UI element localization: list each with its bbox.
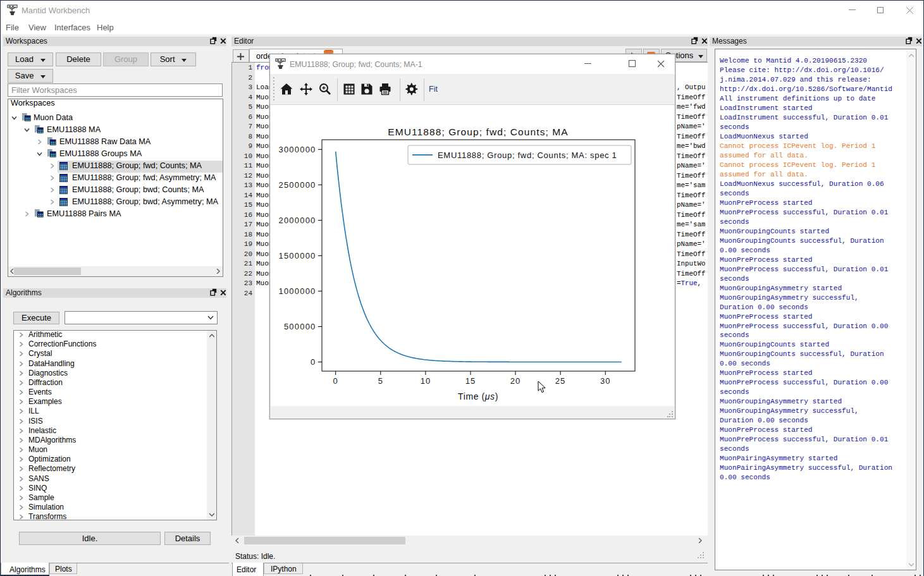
svg-text:EMU11888; Group; fwd; Counts;: EMU11888; Group; fwd; Counts; MA: [388, 126, 569, 137]
svg-text:EMU11888; Group; fwd; Counts;: EMU11888; Group; fwd; Counts; MA: spec 1: [438, 150, 617, 160]
svg-text:1000000: 1000000: [278, 286, 316, 296]
svg-text:0: 0: [333, 376, 338, 386]
svg-text:15: 15: [465, 376, 476, 386]
svg-text:5: 5: [378, 376, 383, 386]
svg-text:Time (μs): Time (μs): [458, 391, 498, 401]
svg-text:10: 10: [421, 376, 431, 386]
svg-text:30: 30: [600, 376, 610, 386]
svg-text:25: 25: [555, 376, 565, 386]
svg-text:0: 0: [311, 357, 316, 367]
svg-text:1500000: 1500000: [278, 251, 316, 260]
svg-text:500000: 500000: [284, 322, 316, 331]
svg-text:2000000: 2000000: [278, 216, 316, 225]
svg-text:2500000: 2500000: [278, 180, 316, 190]
svg-text:3000000: 3000000: [278, 145, 316, 154]
svg-text:20: 20: [510, 376, 521, 386]
